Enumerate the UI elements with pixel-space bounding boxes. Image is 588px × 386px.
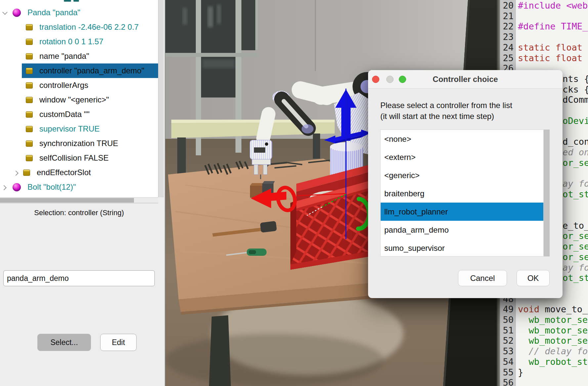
code-text: } (518, 367, 523, 378)
solid-node-icon (13, 183, 21, 191)
scene-tree-panel: Panda "panda"translation -2.46e-06 2.2 0… (0, 0, 165, 386)
code-text: // delay fo (518, 346, 588, 357)
line-number: 52 (500, 335, 516, 346)
controller-list[interactable]: <none><extern><generic>braitenbergllm_ro… (380, 130, 544, 256)
field-icon (26, 68, 33, 74)
tree-row-label: name "panda" (39, 52, 89, 61)
tree-row-window[interactable]: window "<generic>" (0, 93, 158, 107)
tree-row-endeffectorslot[interactable]: endEffectorSlot (0, 165, 158, 180)
code-text: static float (518, 42, 582, 53)
controller-list-item-sumo_supervisor[interactable]: sumo_supervisor (381, 239, 543, 256)
tree-row-label: endEffectorSlot (37, 168, 91, 177)
tree-row-bolt[interactable]: Bolt "bolt(12)" (0, 180, 158, 194)
tree-row-label: translation -2.46e-06 2.2 0.7 (39, 22, 139, 32)
zoom-icon[interactable] (399, 76, 406, 83)
code-fragment: or_se (563, 252, 588, 262)
code-line-52: 52 wb_motor_se (497, 335, 588, 346)
code-fragment: dComm (563, 95, 588, 105)
code-fragment: d_con (563, 136, 588, 147)
code-text: wb_robot_st (518, 357, 588, 367)
tree-row-translation[interactable]: translation -2.46e-06 2.2 0.7 (0, 20, 158, 34)
close-icon[interactable] (372, 76, 379, 83)
line-number: 56 (500, 377, 516, 386)
controller-list-item-braitenberg[interactable]: braitenberg (381, 184, 543, 203)
line-number: 51 (500, 325, 516, 336)
tree-row-synchronization[interactable]: synchronization TRUE (0, 136, 158, 151)
code-text: static float (518, 53, 582, 63)
controller-list-item-none[interactable]: <none> (381, 130, 543, 148)
code-text: #include <web (518, 0, 588, 11)
code-text: #define TIME_ (518, 21, 588, 32)
field-icon (26, 24, 33, 30)
dialog-message-line2: (it will start at the next time step) (380, 111, 512, 122)
field-icon (26, 126, 33, 132)
collapse-arrow-icon[interactable] (2, 10, 8, 15)
code-fragment: or_se (563, 241, 588, 252)
controller-value-input[interactable] (3, 270, 155, 286)
tree-row-label: rotation 0 0 1 1.57 (39, 37, 103, 46)
code-line-50: 50 wb_motor_se (497, 315, 588, 325)
tree-row-rotation[interactable]: rotation 0 0 1 1.57 (0, 34, 158, 49)
webots-window: Panda "panda"translation -2.46e-06 2.2 0… (0, 0, 588, 386)
code-fragment: ay fo (563, 262, 588, 273)
tree-row-customdata[interactable]: customData "" (0, 107, 158, 122)
line-number: 20 (500, 0, 516, 11)
tree-row-label: Panda "panda" (27, 8, 80, 17)
table-leg (209, 315, 231, 386)
tree-row-label: controllerArgs (39, 81, 88, 90)
line-number: 21 (500, 11, 516, 21)
controller-list-item-llm_robot_planner[interactable]: llm_robot_planner (381, 203, 543, 221)
tree-row-selfcollision[interactable]: selfCollision FALSE (0, 151, 158, 165)
select-button[interactable]: Select... (37, 334, 91, 351)
tree-row-controllerargs[interactable]: controllerArgs (0, 78, 158, 93)
field-icon (26, 140, 33, 147)
cancel-button[interactable]: Cancel (458, 270, 507, 286)
code-line-22: 22#define TIME_ (497, 21, 588, 32)
field-icon (26, 155, 33, 161)
code-line-51: 51 wb_motor_se (497, 325, 588, 336)
code-fragment: ot_st (563, 189, 588, 200)
field-icon (23, 170, 30, 176)
code-text: wb_motor_se (518, 325, 588, 336)
tree-row-name[interactable]: name "panda" (0, 49, 158, 63)
tree-row-supervisor[interactable]: supervisor TRUE (0, 122, 158, 136)
code-line-49: 49void move_to_ (497, 304, 588, 315)
tree-row-controller[interactable]: controller "panda_arm_demo" (0, 63, 158, 78)
list-scrollbar[interactable] (544, 130, 550, 256)
tree-row-label: supervisor TRUE (39, 124, 100, 134)
minimize-icon[interactable] (386, 76, 394, 83)
dialog-message: Please select a controller from the list… (380, 100, 512, 122)
scrollbar-thumb[interactable] (0, 198, 134, 203)
tree-row-panda[interactable]: Panda "panda" (0, 5, 158, 20)
code-line-21: 21 (497, 11, 588, 21)
tree-vertical-scrollbar[interactable] (158, 0, 164, 197)
controller-list-item-extern[interactable]: <extern> (381, 148, 543, 166)
tree-horizontal-scrollbar[interactable] (0, 197, 158, 203)
tree-row-label: controller "panda_arm_demo" (39, 66, 144, 75)
code-line-54: 54 wb_robot_st (497, 357, 588, 367)
code-text: void move_to_ (518, 304, 588, 315)
code-line-55: 55} (497, 367, 588, 378)
field-icon (26, 97, 33, 103)
expand-arrow-icon[interactable] (1, 185, 7, 190)
code-fragment: or_se (563, 158, 588, 168)
code-fragment: ay fo (563, 178, 588, 189)
controller-list-item-panda_arm_demo[interactable]: panda_arm_demo (381, 221, 543, 239)
edit-button[interactable]: Edit (100, 334, 137, 351)
line-number: 54 (500, 357, 516, 367)
gripper-camera (265, 142, 268, 146)
scene-tree[interactable]: Panda "panda"translation -2.46e-06 2.2 0… (0, 0, 158, 197)
code-fragment: nts { (563, 74, 588, 84)
dialog-titlebar[interactable]: Controller choice (368, 70, 563, 89)
ok-button[interactable]: OK (517, 270, 550, 286)
expand-arrow-icon[interactable] (13, 171, 19, 176)
code-text: wb_motor_se (518, 335, 588, 346)
code-line-23: 23 (497, 32, 588, 42)
solid-node-icon (13, 9, 21, 17)
tree-row-label: customData "" (39, 110, 90, 119)
line-number: 50 (500, 315, 516, 325)
controller-list-item-generic[interactable]: <generic> (381, 166, 543, 184)
code-line-20: 20#include <web (497, 0, 588, 11)
code-line-25: 25static float (497, 53, 588, 63)
code-fragment: oDevi (563, 116, 588, 126)
